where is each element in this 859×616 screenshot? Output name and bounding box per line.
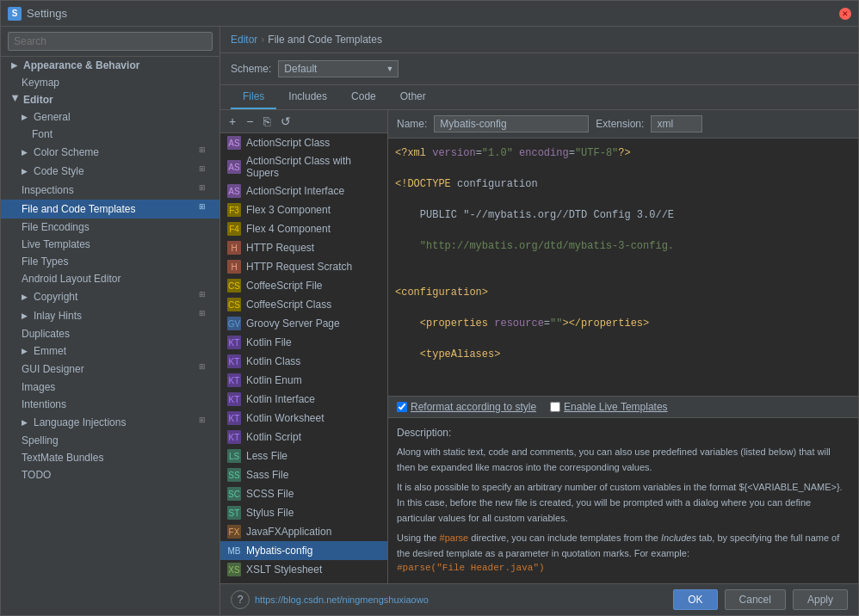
sidebar-item-inspections[interactable]: Inspections ⊞	[1, 181, 219, 200]
sidebar-item-gui-designer[interactable]: GUI Designer ⊞	[1, 360, 219, 379]
list-item[interactable]: AS ActionScript Class	[220, 133, 387, 152]
list-item[interactable]: KT Kotlin Class	[220, 352, 387, 371]
list-item[interactable]: ST Stylus File	[220, 503, 387, 522]
sidebar-item-todo[interactable]: TODO	[1, 466, 219, 484]
sidebar-item-images[interactable]: Images	[1, 379, 219, 396]
list-item[interactable]: F3 Flex 3 Component	[220, 200, 387, 219]
sidebar-item-general[interactable]: ▶ General	[1, 108, 219, 126]
template-type-icon: XS	[227, 563, 241, 576]
sidebar-item-duplicates[interactable]: Duplicates	[1, 325, 219, 342]
cancel-button[interactable]: Cancel	[725, 589, 786, 610]
name-input[interactable]	[434, 115, 589, 132]
template-type-icon: F4	[227, 222, 241, 236]
sidebar-item-lang-injections[interactable]: ▶ Language Injections ⊞	[1, 413, 219, 432]
list-item[interactable]: H HTTP Request Scratch	[220, 257, 387, 276]
sidebar-item-code-style[interactable]: ▶ Code Style ⊞	[1, 162, 219, 181]
badge-icon: ⊞	[199, 145, 213, 159]
sidebar-item-font[interactable]: Font	[1, 126, 219, 143]
list-item-selected[interactable]: MB Mybatis-config	[220, 541, 387, 560]
template-type-icon: F3	[227, 203, 241, 217]
live-templates-label: Enable Live Templates	[564, 401, 668, 413]
badge-icon: ⊞	[199, 183, 213, 197]
template-type-icon: SC	[227, 487, 241, 501]
sidebar-item-emmet[interactable]: ▶ Emmet	[1, 342, 219, 360]
scheme-select[interactable]: Default Project	[278, 60, 399, 77]
sidebar-item-intentions[interactable]: Intentions	[1, 396, 219, 413]
add-template-button[interactable]: +	[226, 114, 239, 129]
template-type-icon: ST	[227, 506, 241, 520]
badge-icon: ⊞	[199, 202, 213, 216]
list-item[interactable]: KT Kotlin Enum	[220, 371, 387, 390]
code-editor[interactable]: <?xml version="1.0" encoding="UTF-8"?> <…	[388, 139, 858, 397]
scheme-row: Scheme: Default Project	[220, 53, 858, 85]
sidebar-item-inlay-hints[interactable]: ▶ Inlay Hints ⊞	[1, 306, 219, 325]
sidebar-item-copyright[interactable]: ▶ Copyright ⊞	[1, 287, 219, 306]
breadcrumb-parent[interactable]: Editor	[231, 34, 257, 46]
search-input[interactable]	[8, 32, 213, 51]
ok-button[interactable]: OK	[673, 589, 717, 610]
template-type-icon: AS	[227, 160, 241, 174]
window-title: Settings	[27, 7, 67, 20]
template-toolbar: + − ⎘ ↺	[220, 110, 387, 133]
sidebar-item-color-scheme[interactable]: ▶ Color Scheme ⊞	[1, 143, 219, 162]
list-item[interactable]: XS XSLT Stylesheet	[220, 560, 387, 579]
arrow-icon: ▶	[22, 113, 30, 121]
reformat-checkbox-wrap[interactable]: Reformat according to style	[397, 401, 536, 413]
options-row: Reformat according to style Enable Live …	[388, 397, 858, 418]
badge-icon: ⊞	[199, 309, 213, 323]
sidebar-item-file-encodings[interactable]: File Encodings	[1, 219, 219, 236]
tab-other[interactable]: Other	[388, 85, 438, 109]
sidebar-item-appearance[interactable]: ▶ Appearance & Behavior	[1, 57, 219, 74]
list-item[interactable]: LS Less File	[220, 447, 387, 465]
reformat-checkbox[interactable]	[397, 402, 407, 412]
editor-panel: Name: Extension: <?xml version="1.0" enc…	[388, 110, 858, 583]
help-button[interactable]: ?	[231, 590, 250, 609]
sidebar: ▶ Appearance & Behavior Keymap ▶ Editor …	[1, 27, 220, 615]
copy-template-button[interactable]: ⎘	[260, 114, 274, 129]
live-templates-checkbox[interactable]	[550, 402, 560, 412]
list-item[interactable]: CS CoffeeScript Class	[220, 295, 387, 314]
sidebar-item-file-code-templates[interactable]: File and Code Templates ⊞	[1, 200, 219, 219]
remove-template-button[interactable]: −	[243, 114, 256, 129]
list-item[interactable]: AS ActionScript Interface	[220, 182, 387, 200]
description-label: Description:	[397, 425, 850, 441]
tab-files[interactable]: Files	[231, 85, 276, 109]
close-button[interactable]: ✕	[839, 8, 851, 20]
list-item[interactable]: SC SCSS File	[220, 484, 387, 503]
arrow-icon: ▶	[11, 61, 20, 70]
sidebar-item-keymap[interactable]: Keymap	[1, 74, 219, 91]
sidebar-item-textmate[interactable]: TextMate Bundles	[1, 449, 219, 466]
sidebar-item-spelling[interactable]: Spelling	[1, 432, 219, 449]
bottom-right: OK Cancel Apply	[673, 589, 848, 610]
list-item[interactable]: KT Kotlin Worksheet	[220, 409, 387, 428]
list-item[interactable]: CS CoffeeScript File	[220, 276, 387, 295]
description-text2: It is also possible to specify an arbitr…	[397, 480, 850, 526]
template-type-icon: CS	[227, 279, 241, 293]
tab-code[interactable]: Code	[339, 85, 388, 109]
sidebar-item-android-layout[interactable]: Android Layout Editor	[1, 270, 219, 287]
list-item[interactable]: FX JavaFXApplication	[220, 522, 387, 541]
extension-input[interactable]	[651, 115, 702, 132]
breadcrumb-current: File and Code Templates	[268, 34, 382, 46]
template-type-icon: FX	[227, 525, 241, 539]
tab-includes[interactable]: Includes	[276, 85, 339, 109]
sidebar-item-live-templates[interactable]: Live Templates	[1, 236, 219, 253]
sidebar-item-editor[interactable]: ▶ Editor	[1, 91, 219, 108]
list-item[interactable]: AS ActionScript Class with Supers	[220, 152, 387, 182]
arrow-icon: ▶	[11, 95, 20, 104]
list-item[interactable]: H HTTP Request	[220, 238, 387, 257]
badge-icon: ⊞	[199, 164, 213, 178]
list-item[interactable]: KT Kotlin Script	[220, 428, 387, 447]
list-item[interactable]: F4 Flex 4 Component	[220, 219, 387, 238]
template-type-icon: AS	[227, 184, 241, 198]
apply-button[interactable]: Apply	[793, 589, 848, 610]
live-templates-checkbox-wrap[interactable]: Enable Live Templates	[550, 401, 668, 413]
arrow-icon: ▶	[22, 148, 30, 157]
list-item[interactable]: GV Groovy Server Page	[220, 314, 387, 333]
list-item[interactable]: KT Kotlin File	[220, 333, 387, 352]
list-item[interactable]: KT Kotlin Interface	[220, 390, 387, 409]
list-item[interactable]: SS Sass File	[220, 465, 387, 484]
url-label: https://blog.csdn.net/ningmengshuxiaowo	[255, 594, 429, 605]
reset-template-button[interactable]: ↺	[277, 114, 294, 129]
sidebar-item-file-types[interactable]: File Types	[1, 253, 219, 270]
